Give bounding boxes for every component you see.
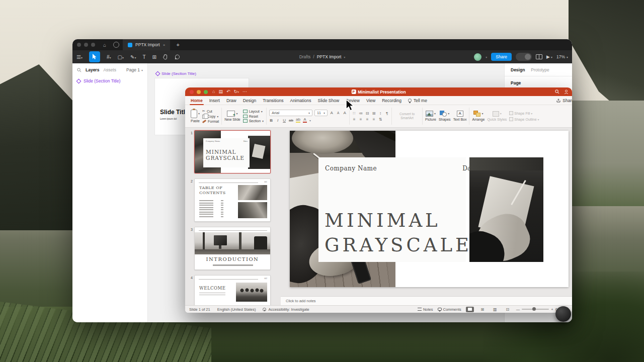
zoom-slider-thumb[interactable] [532, 307, 536, 311]
slide-thumbnail-1[interactable]: Company Name Date MINIMALGRAYSCALE [194, 130, 271, 173]
reading-view-button[interactable]: ▥ [491, 307, 499, 312]
tab-draw[interactable]: Draw [226, 98, 236, 103]
home-icon[interactable]: ⌂ [212, 89, 215, 94]
layout-button[interactable]: Layout▾ [243, 110, 264, 113]
increase-font-icon[interactable]: A [330, 111, 334, 115]
canvas-frame-label[interactable]: Slide (Section Title) [156, 71, 196, 76]
layer-item-slide-section-title[interactable]: Slide (Section Title) [72, 76, 147, 85]
canvas-slide-title[interactable]: Slide Titl [160, 109, 185, 116]
library-icon[interactable] [536, 54, 542, 59]
increase-indent-icon[interactable]: ⊞ [372, 111, 376, 116]
shape-tool-button[interactable]: ▢▾ [118, 54, 124, 60]
more-commands-icon[interactable]: ⋯ [243, 89, 247, 94]
floating-avatar[interactable] [555, 306, 571, 322]
arrange-button[interactable]: ▾ Arrange [472, 111, 485, 122]
tab-assets[interactable]: Assets [103, 67, 116, 72]
language-selector[interactable]: English (United States) [217, 307, 256, 312]
redo-icon[interactable]: ↻▾ [234, 89, 239, 94]
normal-view-button[interactable] [466, 307, 474, 312]
justify-icon[interactable]: ≡ [372, 117, 376, 122]
page-selector[interactable]: Page 1▾ [126, 67, 143, 72]
columns-icon[interactable]: ⇅ [378, 117, 382, 122]
tab-view[interactable]: View [366, 98, 375, 103]
breadcrumb-chevron-icon[interactable]: ▾ [344, 55, 345, 59]
notes-toggle-button[interactable]: Notes [418, 307, 433, 312]
decrease-font-icon[interactable]: A [336, 111, 340, 115]
slide-sorter-view-button[interactable]: ⊞ [478, 307, 487, 312]
section-button[interactable]: Section▾ [243, 119, 264, 123]
slide-photo-right[interactable] [469, 157, 543, 262]
figma-home-icon[interactable]: ⌂ [103, 42, 106, 48]
tab-insert[interactable]: Insert [209, 98, 220, 103]
slide-title-box[interactable]: Company Name Date MINIMALGRAYSCALE [318, 157, 466, 262]
shape-outline-button[interactable]: Shape Outline ▾ [509, 117, 539, 121]
cut-button[interactable]: ✂Cut [202, 109, 219, 113]
tab-recording[interactable]: Recording [382, 98, 401, 103]
canvas-slide-body[interactable]: Lorem ipsum dol [160, 118, 177, 120]
new-slide-button[interactable]: ▾ New Slide [224, 111, 240, 122]
slide-thumbnail-2[interactable]: 001 TABLE OFCONTENTS [194, 178, 271, 222]
search-icon[interactable] [77, 68, 82, 72]
undo-icon[interactable]: ↶ [226, 89, 230, 94]
slide-canvas-area[interactable]: Company Name Date MINIMALGRAYSCALE [281, 128, 572, 296]
quick-styles-button[interactable]: ▾ Quick Styles [487, 111, 507, 122]
notes-area[interactable]: Click to add notes [281, 296, 572, 305]
picture-button[interactable]: ▾ Picture [425, 111, 436, 122]
slide-company-name[interactable]: Company Name [325, 165, 377, 172]
tab-design[interactable]: Design [243, 98, 256, 103]
shapes-button[interactable]: ▾ Shapes [439, 111, 451, 122]
tell-me-button[interactable]: Tell me [408, 98, 427, 103]
zoom-in-button[interactable]: + [551, 307, 553, 312]
save-icon[interactable]: ▤ [218, 89, 223, 94]
zoom-menu[interactable]: 17%▾ [556, 54, 568, 59]
reset-button[interactable]: Reset [243, 115, 264, 118]
figma-file-tab[interactable]: PPTX Import × [123, 39, 170, 50]
align-center-icon[interactable]: ≡ [359, 117, 363, 122]
slide-counter[interactable]: Slide 1 of 21 [189, 307, 210, 312]
tab-layers[interactable]: Layers [86, 67, 99, 72]
user-avatar[interactable] [474, 53, 481, 61]
decrease-indent-icon[interactable]: ⊟ [365, 111, 369, 116]
figma-traffic-lights[interactable] [72, 43, 100, 47]
figma-main-menu-icon[interactable]: ☰▾ [76, 54, 83, 60]
figma-breadcrumb[interactable]: Drafts / PPTX Import ▾ [299, 54, 346, 59]
avatar-chevron-icon[interactable]: ▾ [486, 55, 487, 59]
tab-design[interactable]: Design [511, 67, 525, 72]
search-icon[interactable] [555, 89, 559, 94]
align-right-icon[interactable]: ≡ [365, 117, 369, 122]
align-left-icon[interactable]: ≡ [352, 117, 356, 122]
account-icon[interactable] [564, 89, 569, 94]
font-size-select[interactable]: 11▾ [314, 110, 328, 116]
shape-fill-button[interactable]: Shape Fill ▾ [509, 111, 539, 115]
tab-slide-show[interactable]: Slide Show [318, 98, 340, 103]
powerpoint-traffic-lights[interactable] [189, 90, 209, 94]
slide-thumbnail-3[interactable]: INTRODUCTION [194, 227, 271, 270]
bold-button[interactable]: B [269, 118, 273, 123]
format-painter-button[interactable]: Format [202, 120, 219, 123]
tab-animations[interactable]: Animations [290, 98, 311, 103]
slide-thumbnail-4[interactable]: 002 WELCOME [194, 275, 271, 305]
numbering-icon[interactable]: ≔ [359, 111, 363, 116]
figma-notifications-icon[interactable] [113, 42, 119, 48]
tab-transitions[interactable]: Transitions [263, 98, 283, 103]
slide-title[interactable]: MINIMALGRAYSCALE [325, 209, 472, 258]
underline-button[interactable]: U [282, 118, 286, 123]
figma-tab-close-icon[interactable]: × [163, 43, 166, 47]
accessibility-checker[interactable]: Accessibility: Investigate [263, 307, 309, 312]
current-slide[interactable]: Company Name Date MINIMALGRAYSCALE [290, 131, 569, 287]
pen-tool-button[interactable]: ✎▾ [130, 54, 136, 60]
zoom-slider[interactable] [522, 309, 549, 310]
italic-button[interactable]: I [276, 118, 280, 123]
copy-button[interactable]: Copy▾ [202, 115, 219, 119]
comment-tool-button[interactable] [175, 54, 180, 60]
share-button[interactable]: Share [556, 98, 572, 103]
breadcrumb-folder[interactable]: Drafts [299, 54, 311, 59]
slideshow-view-button[interactable]: ⊡ [504, 307, 512, 312]
figma-share-button[interactable]: Share [491, 53, 512, 61]
dev-mode-toggle[interactable] [516, 53, 532, 61]
figma-new-tab-button[interactable]: + [176, 42, 179, 48]
resources-tool-button[interactable]: ⊞ [152, 54, 156, 60]
move-tool-button[interactable] [89, 51, 100, 62]
present-button[interactable]: ▶▾ [546, 54, 552, 59]
tab-prototype[interactable]: Prototype [531, 67, 549, 72]
